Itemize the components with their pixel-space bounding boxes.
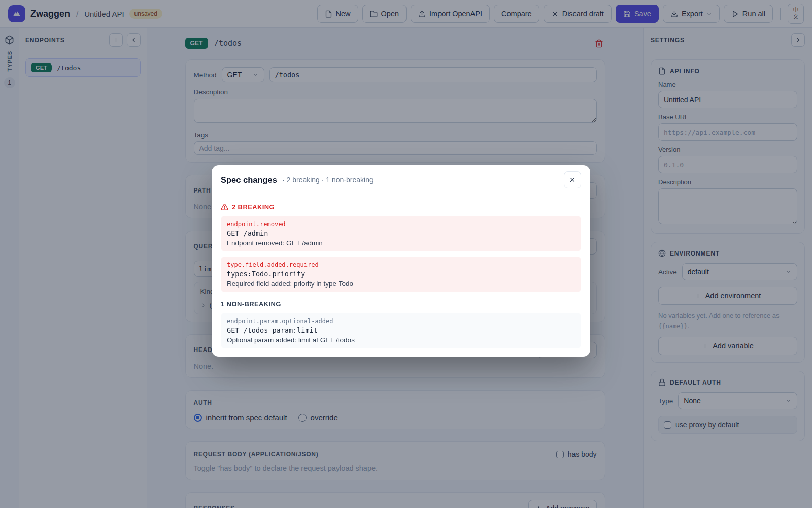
warning-triangle-icon [221, 203, 228, 211]
change-item: type.field.added.required types:Todo.pri… [221, 257, 581, 292]
breaking-section-header: 2 BREAKING [221, 203, 581, 211]
spec-changes-modal: Spec changes · 2 breaking · 1 non-breaki… [212, 165, 590, 357]
modal-title: Spec changes [221, 175, 277, 185]
modal-header: Spec changes · 2 breaking · 1 non-breaki… [212, 165, 590, 195]
change-target: GET /todos param:limit [227, 326, 575, 335]
nonbreaking-section-header: 1 NON-BREAKING [221, 300, 581, 308]
change-item: endpoint.param.optional-added GET /todos… [221, 313, 581, 348]
modal-summary: · 2 breaking · 1 non-breaking [282, 176, 374, 184]
change-target: types:Todo.priority [227, 270, 575, 278]
change-code: endpoint.param.optional-added [227, 317, 575, 325]
modal-close-button[interactable] [564, 171, 581, 188]
change-item: endpoint.removed GET /admin Endpoint rem… [221, 216, 581, 251]
change-code: type.field.added.required [227, 261, 575, 269]
change-description: Endpoint removed: GET /admin [227, 239, 575, 247]
modal-body: 2 BREAKING endpoint.removed GET /admin E… [212, 195, 590, 357]
close-icon [569, 176, 576, 183]
change-description: Optional param added: limit at GET /todo… [227, 336, 575, 344]
change-code: endpoint.removed [227, 220, 575, 228]
change-target: GET /admin [227, 229, 575, 238]
change-description: Required field added: priority in type T… [227, 279, 575, 288]
